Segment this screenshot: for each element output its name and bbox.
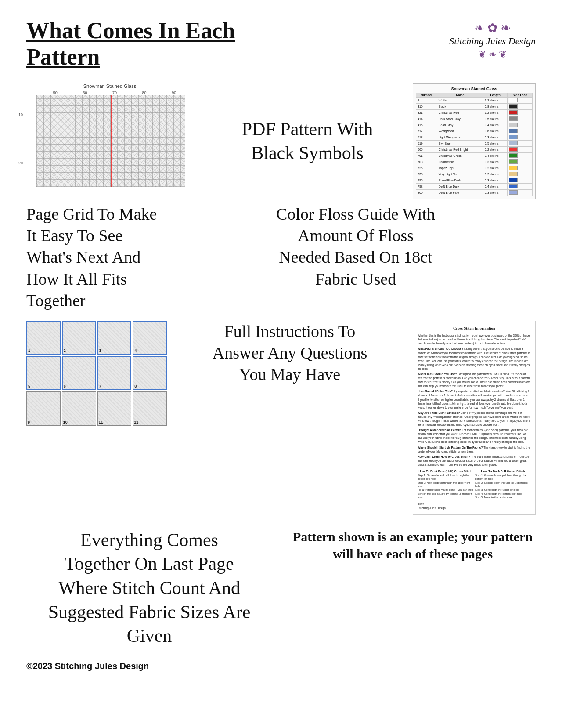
pattern-symbols-svg (36, 95, 185, 187)
floss-table-title: Snowman Stained Glass (416, 87, 533, 91)
info-doc-section: Where Should I Start My Pattern On The F… (418, 445, 531, 453)
floss-table-row: 796 Royal Blue Dark 0.3 skeins (416, 177, 533, 183)
instructions-box: Full Instructions To Answer Any Question… (176, 321, 404, 386)
full-stitch-title: How To Do A Full Cross Stitch (475, 469, 531, 474)
full-stitch-steps: Step 1: Go needle and pull floss through… (475, 474, 531, 500)
floss-table-row: 518 Light Wedgwood 0.3 skeins (416, 134, 533, 140)
floss-table-row: 415 Pearl Gray 0.4 skeins (416, 122, 533, 128)
instructions-text: Full Instructions To Answer Any Question… (213, 321, 367, 386)
row3-section: 1 2 3 4 5 6 7 8 9 10 11 12 Full Instruct… (26, 321, 536, 515)
pdf-text-box: PDF Pattern With Black Symbols (202, 83, 413, 199)
row2-section: Page Grid To Make It Easy To See What's … (26, 203, 536, 312)
floss-column: Color Floss Guide With Amount Of Floss N… (176, 203, 536, 290)
page-thumb: 1 (26, 321, 61, 355)
floss-table-row: B White 3.2 skeins (416, 97, 533, 103)
page-thumb: 4 (133, 321, 167, 355)
floss-table-row: 701 Christmas Green 0.4 skeins (416, 152, 533, 159)
page-thumb: 2 (62, 321, 96, 355)
info-doc-sections: What Fabric Should You Choose? It's my b… (418, 347, 531, 467)
pattern-preview (36, 95, 185, 187)
last-page-text: Everything Comes Together On Last Page W… (26, 528, 272, 648)
half-stitch-title: How To Do A Row (Half) Cross Stitch (418, 469, 473, 474)
pattern-note-text: Pattern shown is an example; your patter… (290, 528, 536, 562)
page-images-box: 1 2 3 4 5 6 7 8 9 10 11 12 (26, 321, 167, 426)
pattern-image-box: Snowman Stained Glass 10 20 50 60 70 80 … (26, 83, 193, 199)
floss-table-row: 738 Very Light Tan 0.2 skeins (416, 171, 533, 177)
info-doc-section: Why Are There Blank Stitches? Some of my… (418, 411, 531, 427)
floss-table-row: 310 Black 0.8 skeins (416, 103, 533, 109)
floss-table-row: 666 Christmas Red Bright 0.2 skeins (416, 146, 533, 152)
page-thumb: 6 (62, 356, 96, 390)
footer-copyright: ©2023 Stitching Jules Design (26, 661, 536, 671)
floss-table-row: 321 Christmas Red 1.2 skeins (416, 109, 533, 116)
svg-rect-2 (36, 95, 185, 187)
logo-area: ❧ ✿ ❧ Stitching Jules Design ❦ ❧ ❦ (449, 22, 536, 60)
half-stitch-steps: Step 1: Go needle and pull floss through… (418, 474, 473, 500)
pattern-note-box: Pattern shown is an example; your patter… (290, 528, 536, 562)
info-doc-box: Cross Stitch Information Whether this is… (413, 321, 536, 515)
floss-table-row: 798 Delft Blue Dark 0.4 skeins (416, 183, 533, 189)
info-doc-section: How Can I Learn How To Cross Stitch? The… (418, 455, 531, 467)
floss-table-row: 517 Wedgwood 0.6 skeins (416, 128, 533, 134)
page-thumb: 3 (97, 321, 132, 355)
page-thumb: 12 (133, 391, 167, 426)
last-page-text-box: Everything Comes Together On Last Page W… (26, 528, 272, 648)
logo-swirl-bottom: ❦ ❧ ❦ (478, 49, 507, 60)
grid-numbers-left: 10 20 (18, 91, 23, 187)
row1-section: Snowman Stained Glass 10 20 50 60 70 80 … (26, 83, 536, 199)
pattern-name-label: Snowman Stained Glass (26, 83, 193, 89)
floss-table-box: Snowman Stained Glass Number Name Length… (413, 83, 536, 199)
floss-guide-text: Color Floss Guide With Amount Of Floss N… (176, 203, 536, 290)
info-doc-title: Cross Stitch Information (418, 326, 531, 331)
info-doc-section: How Should I Stitch This? If you prefer … (418, 389, 531, 409)
info-doc-section: What Fabric Should You Choose? It's my b… (418, 347, 531, 371)
page-thumb: 10 (62, 391, 96, 426)
floss-table-row: 519 Sky Blue 0.5 skeins (416, 140, 533, 146)
floss-table-row: 726 Topaz Light 0.2 skeins (416, 165, 533, 171)
pdf-text: PDF Pattern With Black Symbols (242, 117, 373, 165)
page-title: What Comes In Each Pattern (26, 18, 312, 70)
header: What Comes In Each Pattern ❧ ✿ ❧ Stitchi… (26, 18, 536, 70)
page-images-grid: 1 2 3 4 5 6 7 8 9 10 11 12 (26, 321, 167, 426)
floss-table: Number Name Length Side Face B White 3.2… (416, 93, 533, 196)
floss-table-row: 703 Chartreuse 0.3 skeins (416, 159, 533, 165)
page-thumb: 11 (97, 391, 132, 426)
logo-text: Stitching Jules Design (449, 35, 536, 48)
page-thumb: 7 (97, 356, 132, 390)
info-doc-section: I Bought A Monochrome Pattern For monoch… (418, 428, 531, 444)
page-thumb: 8 (133, 356, 167, 390)
footer: ©2023 Stitching Jules Design (26, 661, 536, 671)
page-thumb: 5 (26, 356, 61, 390)
info-doc-two-col: How To Do A Row (Half) Cross Stitch Step… (418, 469, 531, 500)
row4-section: Everything Comes Together On Last Page W… (26, 528, 536, 648)
page-thumb: 9 (26, 391, 61, 426)
full-stitch-col: How To Do A Full Cross Stitch Step 1: Go… (475, 469, 531, 500)
page-grid-text: Page Grid To Make It Easy To See What's … (26, 203, 167, 312)
half-stitch-col: How To Do A Row (Half) Cross Stitch Step… (418, 469, 473, 500)
pattern-grid (36, 95, 185, 187)
floss-table-row: 800 Delft Blue Pale 0.3 skeins (416, 189, 533, 196)
floss-table-row: 414 Dark Steel Gray 0.5 skeins (416, 116, 533, 122)
info-doc-signature: Jules Stitching Jules Design (418, 502, 531, 510)
grid-numbers-top: 50 60 70 80 90 (36, 91, 193, 95)
page-grid-text-box: Page Grid To Make It Easy To See What's … (26, 203, 167, 312)
info-doc-section: What Floss Should You Use? I designed th… (418, 372, 531, 388)
logo-decorative-top: ❧ ✿ ❧ (474, 22, 511, 34)
info-doc-intro: Whether this is the first cross stitch p… (418, 333, 531, 345)
